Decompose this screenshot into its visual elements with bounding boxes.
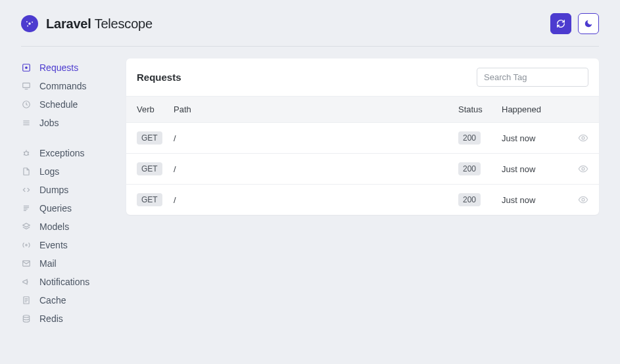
sidebar-item-label: Schedule bbox=[39, 99, 78, 110]
file-icon bbox=[21, 166, 32, 177]
sidebar-item-queries[interactable]: Queries bbox=[21, 199, 108, 217]
header-actions bbox=[550, 13, 599, 34]
sidebar-item-label: Exceptions bbox=[39, 148, 84, 158]
sidebar-item-schedule[interactable]: Schedule bbox=[21, 95, 108, 114]
search-input[interactable] bbox=[477, 68, 588, 87]
status-badge: 200 bbox=[458, 131, 481, 145]
sidebar-item-redis[interactable]: Redis bbox=[21, 309, 108, 328]
card-title: Requests bbox=[137, 72, 181, 83]
view-button[interactable] bbox=[565, 164, 588, 174]
svg-point-1 bbox=[26, 21, 28, 22]
svg-point-31 bbox=[582, 168, 584, 170]
sidebar-item-notifications[interactable]: Notifications bbox=[21, 273, 108, 291]
sidebar-item-requests[interactable]: Requests bbox=[21, 58, 108, 77]
verb-badge: GET bbox=[137, 162, 162, 175]
view-button[interactable] bbox=[565, 194, 588, 205]
refresh-button[interactable] bbox=[550, 13, 571, 34]
svg-point-12 bbox=[24, 152, 28, 156]
code-icon bbox=[21, 185, 32, 195]
stack-icon bbox=[21, 313, 32, 324]
broadcast-icon bbox=[21, 240, 32, 250]
svg-point-0 bbox=[28, 22, 31, 25]
sidebar-item-label: Commands bbox=[39, 81, 87, 91]
verb-badge: GET bbox=[137, 193, 162, 206]
sidebar-item-label: Mail bbox=[39, 258, 57, 269]
list-icon bbox=[21, 118, 32, 128]
mail-icon bbox=[21, 258, 32, 269]
happened-cell: Just now bbox=[502, 164, 565, 174]
col-status: Status bbox=[458, 104, 502, 114]
col-happened: Happened bbox=[502, 104, 565, 114]
sidebar-item-exceptions[interactable]: Exceptions bbox=[21, 144, 108, 162]
view-button[interactable] bbox=[565, 133, 588, 143]
sidebar-item-commands[interactable]: Commands bbox=[21, 77, 108, 95]
sidebar-item-logs[interactable]: Logs bbox=[21, 162, 108, 181]
layers-icon bbox=[21, 221, 32, 232]
table-row: GET/200Just now bbox=[126, 154, 599, 185]
table-row: GET/200Just now bbox=[126, 123, 599, 154]
brand-bold: Laravel bbox=[46, 16, 91, 31]
table-header: Verb Path Status Happened bbox=[126, 97, 599, 123]
brand-title: Laravel Telescope bbox=[46, 16, 153, 32]
svg-point-2 bbox=[32, 22, 33, 23]
bug-icon bbox=[21, 148, 32, 158]
svg-point-32 bbox=[582, 198, 584, 201]
sidebar-item-models[interactable]: Models bbox=[21, 217, 108, 236]
sidebar-item-mail[interactable]: Mail bbox=[21, 254, 108, 273]
happened-cell: Just now bbox=[502, 195, 565, 205]
lines-icon bbox=[21, 203, 32, 214]
path-cell: / bbox=[174, 164, 458, 174]
col-action bbox=[565, 104, 588, 114]
sidebar-item-label: Logs bbox=[39, 166, 59, 177]
svg-point-5 bbox=[26, 67, 28, 69]
sidebar-item-label: Queries bbox=[39, 203, 72, 214]
svg-point-30 bbox=[582, 137, 584, 139]
verb-badge: GET bbox=[137, 131, 162, 145]
sidebar-item-dumps[interactable]: Dumps bbox=[21, 181, 108, 199]
sidebar-item-label: Notifications bbox=[39, 277, 89, 287]
sidebar-item-label: Dumps bbox=[39, 185, 68, 195]
svg-point-23 bbox=[26, 244, 27, 246]
sidebar-item-label: Models bbox=[39, 221, 69, 232]
col-verb: Verb bbox=[137, 104, 174, 114]
theme-toggle-button[interactable] bbox=[578, 13, 599, 34]
sidebar-item-label: Jobs bbox=[39, 118, 59, 128]
sidebar-item-events[interactable]: Events bbox=[21, 236, 108, 254]
status-badge: 200 bbox=[458, 193, 481, 206]
path-cell: / bbox=[174, 195, 458, 205]
requests-card: Requests Verb Path Status Happened GET/2… bbox=[126, 58, 599, 215]
status-badge: 200 bbox=[458, 162, 481, 175]
path-cell: / bbox=[174, 133, 458, 143]
monitor-icon bbox=[21, 81, 32, 91]
svg-point-29 bbox=[23, 315, 29, 318]
header: Laravel Telescope bbox=[21, 13, 599, 47]
svg-rect-6 bbox=[23, 83, 30, 87]
brand: Laravel Telescope bbox=[21, 15, 153, 32]
logo-icon bbox=[21, 15, 38, 32]
sidebar-item-label: Events bbox=[39, 240, 68, 250]
sidebar-item-cache[interactable]: Cache bbox=[21, 291, 108, 309]
col-path: Path bbox=[174, 104, 458, 114]
sidebar-item-jobs[interactable]: Jobs bbox=[21, 114, 108, 132]
sidebar: RequestsCommandsScheduleJobs ExceptionsL… bbox=[21, 58, 108, 340]
svg-marker-22 bbox=[23, 223, 30, 227]
brand-light: Telescope bbox=[91, 16, 153, 31]
happened-cell: Just now bbox=[502, 133, 565, 143]
table-row: GET/200Just now bbox=[126, 185, 599, 215]
sidebar-item-label: Cache bbox=[39, 295, 66, 306]
doclines-icon bbox=[21, 295, 32, 306]
megaphone-icon bbox=[21, 277, 32, 287]
clock-icon bbox=[21, 99, 32, 110]
sidebar-item-label: Requests bbox=[39, 62, 78, 73]
box-dot-icon bbox=[21, 62, 32, 73]
sidebar-item-label: Redis bbox=[39, 313, 63, 324]
svg-point-3 bbox=[27, 26, 28, 27]
